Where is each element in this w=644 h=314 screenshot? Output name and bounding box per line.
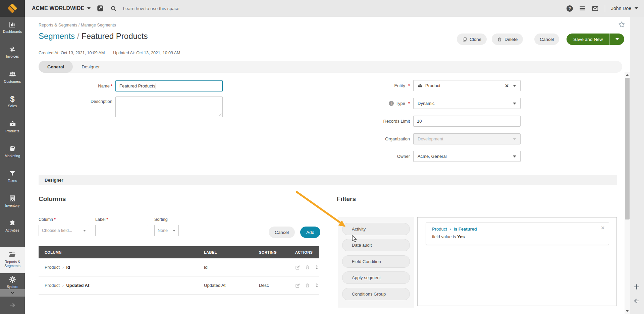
drag-handle-icon[interactable] [314, 283, 319, 288]
save-and-new-button[interactable]: Save and New [567, 34, 609, 45]
clear-entity-icon[interactable]: ✕ [505, 83, 509, 88]
sidebar-item-dashboards[interactable]: Dashboards [0, 21, 25, 34]
designer-section-header: Designer [39, 175, 617, 185]
column-field-select[interactable]: Choose a field... [39, 225, 89, 236]
drag-handle-icon[interactable] [314, 265, 319, 270]
sidebar-item-products[interactable]: Products [0, 120, 25, 133]
columns-table: COLUMN LABEL SORTING ACTIONS Product › I… [39, 246, 319, 295]
row-field: Id [66, 265, 70, 270]
scrollbar-thumb[interactable] [625, 78, 630, 219]
cancel-button[interactable]: Cancel [534, 34, 559, 45]
dock-add-button[interactable] [633, 284, 640, 291]
row-field: Updated At [66, 283, 89, 288]
breadcrumb[interactable]: Reports & Segments / Manage Segments [39, 23, 116, 27]
column-form-actions: Cancel Add [269, 227, 320, 238]
description-row: Description [39, 97, 223, 117]
clone-button[interactable]: Clone [457, 34, 487, 45]
search-icon[interactable] [110, 5, 117, 12]
type-row: i Type* Dynamic [313, 98, 521, 109]
sales-icon: $ [0, 95, 25, 103]
name-value: Featured Products [119, 83, 155, 88]
sidebar-item-reports-segments[interactable]: Reports & Segments [0, 247, 25, 273]
marketing-icon [9, 145, 16, 152]
menu-icon[interactable] [579, 5, 586, 12]
record-name: Featured Products [82, 32, 148, 41]
edit-icon[interactable] [295, 283, 301, 288]
required-asterisk: * [54, 217, 56, 222]
chevron-down-icon [87, 7, 91, 9]
sidebar-scroll-more-indicator[interactable] [0, 289, 25, 297]
type-select[interactable]: Dynamic [413, 98, 521, 109]
star-icon [618, 21, 626, 28]
condition-field-path[interactable]: Product › Is Featured [432, 227, 603, 232]
name-input[interactable]: Featured Products [115, 80, 223, 91]
criteria-activity[interactable]: Activity [342, 223, 410, 235]
chevron-down-icon [10, 290, 15, 296]
sidebar-item-label: Products [5, 129, 19, 133]
delete-button[interactable]: Delete [492, 34, 523, 45]
trash-icon[interactable] [305, 265, 310, 270]
sidebar-item-inventory[interactable]: Inventory [0, 195, 25, 207]
sidebar-item-activities[interactable]: Activities [0, 219, 25, 232]
sorting-field-group: Sorting None [154, 217, 179, 236]
sidebar-item-sales[interactable]: $ Sales [0, 95, 25, 108]
criteria-apply-segment[interactable]: Apply segment [342, 271, 410, 284]
filter-condition-canvas[interactable]: Product › Is Featured field value is Yes… [417, 217, 617, 306]
column-add-button[interactable]: Add [300, 227, 320, 238]
criteria-data-audit[interactable]: Data audit [342, 239, 410, 251]
resize-grip-icon[interactable] [218, 113, 222, 116]
user-name: John Doe [611, 6, 631, 11]
user-menu[interactable]: John Doe [611, 6, 638, 11]
records-limit-label: Records Limit [313, 119, 410, 124]
sidebar-item-label: Customers [4, 79, 21, 83]
edit-icon[interactable] [295, 265, 301, 270]
description-input[interactable] [115, 97, 223, 117]
mail-icon[interactable] [592, 5, 599, 12]
entity-row: Entity* Product ✕ [313, 80, 521, 91]
sidebar-item-label: Taxes [8, 179, 17, 183]
app-logo[interactable] [0, 0, 25, 17]
trash-icon[interactable] [305, 283, 310, 288]
entity-value: Product [425, 83, 440, 88]
organization-switcher[interactable]: ACME WORLDWIDE [32, 5, 91, 11]
label-field-group: Label* [95, 217, 148, 236]
sidebar-item-taxes[interactable]: Taxes [0, 170, 25, 183]
info-icon[interactable]: i [389, 101, 394, 106]
remove-condition-icon[interactable]: ✕ [601, 225, 605, 231]
favorite-button[interactable] [618, 21, 626, 29]
entity-select[interactable]: Product ✕ [413, 80, 521, 91]
organization-select: Development [413, 133, 521, 144]
header-column: COLUMN [39, 250, 204, 254]
column-cancel-button[interactable]: Cancel [269, 227, 295, 238]
title-separator: / [77, 32, 79, 41]
sidebar-item-system[interactable]: System [0, 275, 25, 289]
owner-select[interactable]: Acme, General [413, 151, 521, 162]
type-value: Dynamic [418, 101, 435, 106]
label-field-input[interactable] [95, 225, 148, 236]
tab-general[interactable]: General [39, 61, 73, 73]
dock-collapse-button[interactable] [633, 298, 640, 305]
tab-label: General [47, 64, 64, 69]
records-limit-input[interactable]: 10 [413, 116, 521, 127]
criteria-conditions-group[interactable]: Conditions Group [342, 288, 410, 300]
sorting-field-select[interactable]: None [154, 225, 179, 236]
vertical-scrollbar[interactable] [625, 72, 630, 314]
criteria-field-condition[interactable]: Field Condition [342, 255, 410, 268]
save-options-dropdown[interactable] [609, 34, 624, 45]
save-split-button: Save and New [567, 34, 624, 45]
sidebar-expand-toggle[interactable] [0, 302, 25, 310]
sidebar-item-customers[interactable]: Customers [0, 70, 25, 83]
invoices-icon [9, 46, 16, 53]
scroll-up-arrow[interactable] [626, 74, 629, 76]
sidebar-item-marketing[interactable]: Marketing [0, 145, 25, 158]
scroll-down-arrow[interactable] [626, 310, 629, 312]
app-switcher-icon[interactable] [97, 5, 104, 12]
segments-link[interactable]: Segments [39, 32, 75, 41]
tab-label: Designer [82, 64, 100, 69]
sidebar-item-invoices[interactable]: Invoices [0, 46, 25, 58]
page-title: Segments / Featured Products [39, 32, 148, 41]
tab-designer[interactable]: Designer [73, 61, 108, 73]
help-icon[interactable]: ? [567, 5, 573, 12]
condition-card[interactable]: Product › Is Featured field value is Yes… [426, 222, 609, 245]
column-placeholder: Choose a field... [42, 228, 72, 233]
